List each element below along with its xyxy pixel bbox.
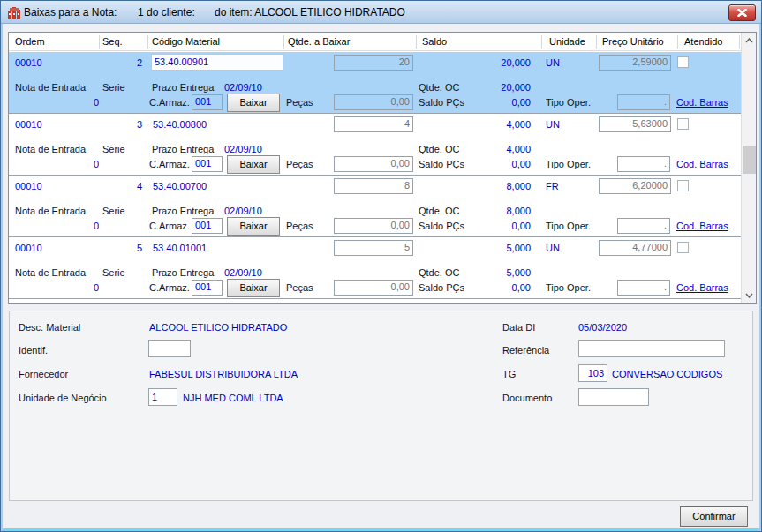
saldo-pcs-value: 0,00 <box>433 282 531 293</box>
qtde-a-baixar-field[interactable]: 5 <box>334 240 413 256</box>
tipo-oper-label: Tipo Oper. <box>546 282 591 293</box>
codigo-material-value: 53.40.00700 <box>153 181 207 191</box>
armazem-field[interactable]: 001 <box>192 94 223 110</box>
col-header-ordem: Ordem <box>15 36 45 47</box>
vertical-scrollbar[interactable] <box>741 33 756 303</box>
baixar-button[interactable]: Baixar <box>227 94 280 112</box>
close-button[interactable] <box>728 4 756 21</box>
qtde-oc-value: 20,000 <box>433 82 531 93</box>
nota-number-value: 0 <box>53 159 99 169</box>
preco-unitario-field[interactable]: 2,59000 <box>599 55 671 71</box>
tipo-oper-label: Tipo Oper. <box>546 97 591 108</box>
pecas-field[interactable]: 0,00 <box>334 280 413 296</box>
tg-name: CONVERSAO CODIGOS <box>612 369 722 379</box>
prazo-entrega-label: Prazo Entrega <box>152 82 214 93</box>
documento-input[interactable] <box>578 388 649 406</box>
codigo-material-value: 53.40.00901 <box>151 54 283 71</box>
pecas-field[interactable]: 0,00 <box>334 218 413 234</box>
col-header-unidade: Unidade <box>549 36 585 47</box>
seq-value: 4 <box>62 181 142 191</box>
unidade-negocio-input[interactable]: 1 <box>148 388 177 406</box>
qtde-a-baixar-field[interactable]: 8 <box>334 178 413 194</box>
pecas-field[interactable]: 0,00 <box>334 156 413 172</box>
preco-unitario-field[interactable]: 5,63000 <box>599 116 671 132</box>
cod-barras-link[interactable]: Cod. Barras <box>676 221 728 231</box>
serie-label: Serie <box>102 267 125 278</box>
atendido-checkbox[interactable] <box>677 242 689 253</box>
scroll-down-button[interactable] <box>742 288 756 303</box>
tipo-oper-field[interactable]: . <box>617 280 670 296</box>
grid-header: Ordem Seq. Código Material Qtde. a Baixa… <box>9 33 741 51</box>
qtde-a-baixar-field[interactable]: 4 <box>334 116 413 132</box>
preco-unitario-field[interactable]: 6,20000 <box>599 178 671 194</box>
ordem-value: 00010 <box>15 181 42 191</box>
tipo-oper-field[interactable]: . <box>617 94 670 110</box>
chevron-up-icon <box>745 38 753 43</box>
cod-barras-link[interactable]: Cod. Barras <box>676 159 728 169</box>
tg-input[interactable]: 103 <box>578 364 607 382</box>
armazem-field[interactable]: 001 <box>192 280 223 296</box>
table-row[interactable]: 00010 4 53.40.00700 8 8,000 FR 6,20000 N… <box>9 176 741 237</box>
fornecedor-value: FABESUL DISTRIBUIDORA LTDA <box>149 369 298 379</box>
qtde-a-baixar-field[interactable]: 20 <box>334 55 413 71</box>
pecas-label: Peças <box>286 159 313 169</box>
col-header-saldo: Saldo <box>422 36 447 47</box>
nota-entrada-label: Nota de Entrada <box>15 267 86 278</box>
armazem-field[interactable]: 001 <box>192 156 223 172</box>
documento-label: Documento <box>502 393 552 403</box>
cod-barras-link[interactable]: Cod. Barras <box>676 282 728 293</box>
atendido-checkbox[interactable] <box>677 180 689 191</box>
dialog-title-item: do item: ALCOOL ETILICO HIDRATADO <box>215 6 405 19</box>
nota-entrada-label: Nota de Entrada <box>15 82 86 93</box>
cod-barras-link[interactable]: Cod. Barras <box>676 97 728 108</box>
pecas-label: Peças <box>286 97 313 108</box>
preco-unitario-field[interactable]: 4,77000 <box>599 240 671 256</box>
qtde-oc-value: 5,000 <box>433 267 531 278</box>
table-row[interactable]: 00010 3 53.40.00800 4 4,000 UN 5,63000 N… <box>9 114 741 176</box>
table-rows: 00010 2 53.40.00901 20 20,000 UN 2,59000… <box>9 52 741 299</box>
fornecedor-label: Fornecedor <box>19 369 68 379</box>
confirmar-button[interactable]: Confirmar <box>680 506 748 527</box>
unidade-value: UN <box>546 243 560 253</box>
tipo-oper-field[interactable]: . <box>617 156 670 172</box>
atendido-checkbox[interactable] <box>677 56 689 68</box>
details-panel: Desc. Material ALCOOL ETILICO HIDRATADO … <box>9 311 753 501</box>
ordem-value: 00010 <box>15 119 42 130</box>
baixar-button[interactable]: Baixar <box>227 217 280 236</box>
baixar-button[interactable]: Baixar <box>227 279 280 297</box>
baixar-button[interactable]: Baixar <box>227 155 280 174</box>
c-armaz-label: C.Armaz. <box>149 159 190 169</box>
col-header-codigo: Código Material <box>152 36 220 47</box>
ordem-value: 00010 <box>15 243 42 253</box>
items-grid: Ordem Seq. Código Material Qtde. a Baixa… <box>8 32 757 304</box>
title-bar: Baixas para a Nota: 1 do cliente: do ite… <box>1 1 761 24</box>
table-row[interactable]: 00010 2 53.40.00901 20 20,000 UN 2,59000… <box>9 52 741 114</box>
saldo-pcs-value: 0,00 <box>433 97 531 108</box>
data-di-label: Data DI <box>502 322 535 333</box>
col-header-preco: Preço Unitário <box>602 36 664 47</box>
codigo-material-value: 53.40.00800 <box>153 119 207 130</box>
atendido-checkbox[interactable] <box>677 118 689 130</box>
armazem-field[interactable]: 001 <box>192 218 223 234</box>
seq-value: 5 <box>62 243 142 253</box>
referencia-input[interactable] <box>578 340 725 357</box>
unidade-value: FR <box>546 181 559 191</box>
baixas-dialog: Baixas para a Nota: 1 do cliente: do ite… <box>0 0 762 532</box>
identif-input[interactable] <box>148 340 191 357</box>
tipo-oper-field[interactable]: . <box>617 218 670 234</box>
pecas-field[interactable]: 0,00 <box>334 94 413 110</box>
nota-entrada-label: Nota de Entrada <box>15 206 86 216</box>
scrollbar-thumb[interactable] <box>743 146 756 174</box>
app-icon <box>8 5 23 19</box>
nota-number-value: 0 <box>53 97 99 108</box>
prazo-entrega-label: Prazo Entrega <box>152 144 214 154</box>
prazo-date-value: 02/09/10 <box>224 267 262 278</box>
qtde-oc-value: 8,000 <box>433 206 531 216</box>
referencia-label: Referência <box>502 345 549 356</box>
c-armaz-label: C.Armaz. <box>149 97 190 108</box>
prazo-date-value: 02/09/10 <box>224 206 262 216</box>
tipo-oper-label: Tipo Oper. <box>546 159 591 169</box>
unidade-value: UN <box>546 57 560 68</box>
scroll-up-button[interactable] <box>742 34 756 48</box>
table-row[interactable]: 00010 5 53.40.01001 5 5,000 UN 4,77000 N… <box>9 237 741 299</box>
